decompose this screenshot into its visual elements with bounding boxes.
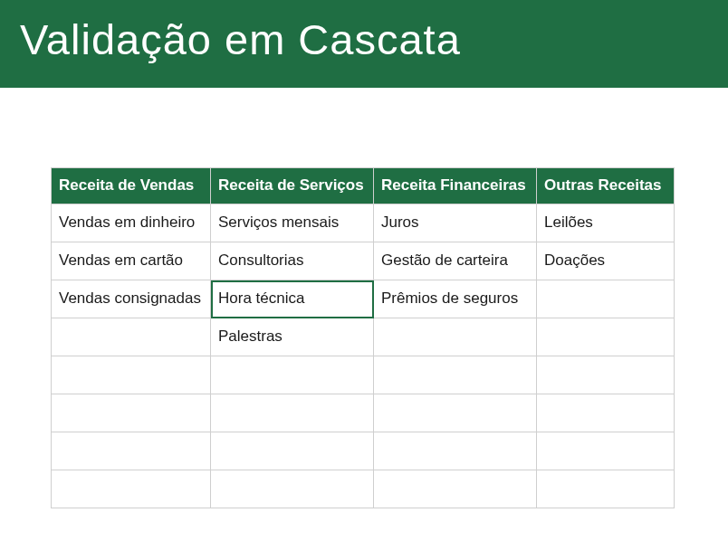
table-row: Vendas consignadasHora técnicaPrêmios de… xyxy=(52,280,675,318)
table-cell[interactable] xyxy=(211,356,374,394)
table-header: Receita Financeiras xyxy=(374,168,537,204)
table-cell[interactable]: Vendas em cartão xyxy=(52,242,211,280)
table-cell[interactable] xyxy=(211,394,374,432)
table-cell[interactable] xyxy=(374,470,537,508)
table-cell[interactable] xyxy=(537,470,675,508)
table-cell[interactable]: Serviços mensais xyxy=(211,204,374,242)
table-cell[interactable]: Juros xyxy=(374,204,537,242)
table-header: Receita de Vendas xyxy=(52,168,211,204)
table-body: Vendas em dinheiroServiços mensaisJurosL… xyxy=(52,204,675,508)
header-bar: Validação em Cascata xyxy=(0,0,728,88)
table-row: Palestras xyxy=(52,318,675,356)
page-title: Validação em Cascata xyxy=(20,14,708,64)
table-cell[interactable]: Doações xyxy=(537,242,675,280)
table-cell[interactable]: Vendas em dinheiro xyxy=(52,204,211,242)
table-cell[interactable]: Palestras xyxy=(211,318,374,356)
table-cell[interactable] xyxy=(52,318,211,356)
table-cell[interactable] xyxy=(211,432,374,470)
table-row xyxy=(52,470,675,508)
table-row xyxy=(52,394,675,432)
table-cell[interactable]: Prêmios de seguros xyxy=(374,280,537,318)
table-cell[interactable]: Consultorias xyxy=(211,242,374,280)
table-cell[interactable] xyxy=(52,356,211,394)
table-cell[interactable] xyxy=(52,394,211,432)
table-cell[interactable]: Hora técnica xyxy=(211,280,374,318)
table-cell[interactable]: Gestão de carteira xyxy=(374,242,537,280)
table-cell[interactable] xyxy=(537,356,675,394)
table-header-row: Receita de Vendas Receita de Serviços Re… xyxy=(52,168,675,204)
table-header: Outras Receitas xyxy=(537,168,675,204)
table-cell[interactable]: Vendas consignadas xyxy=(52,280,211,318)
table-cell[interactable] xyxy=(537,432,675,470)
table-header: Receita de Serviços xyxy=(211,168,374,204)
table-cell[interactable] xyxy=(537,318,675,356)
table-cell[interactable] xyxy=(374,394,537,432)
table-cell[interactable] xyxy=(537,280,675,318)
table-row: Vendas em dinheiroServiços mensaisJurosL… xyxy=(52,204,675,242)
table-cell[interactable] xyxy=(211,470,374,508)
table-row xyxy=(52,432,675,470)
table-row: Vendas em cartãoConsultoriasGestão de ca… xyxy=(52,242,675,280)
table-cell[interactable] xyxy=(52,432,211,470)
table-cell[interactable] xyxy=(52,470,211,508)
data-table: Receita de Vendas Receita de Serviços Re… xyxy=(51,167,675,508)
table-cell[interactable] xyxy=(374,356,537,394)
table-cell[interactable] xyxy=(374,318,537,356)
content-area: Receita de Vendas Receita de Serviços Re… xyxy=(0,88,728,508)
table-cell[interactable] xyxy=(374,432,537,470)
table-cell[interactable]: Leilões xyxy=(537,204,675,242)
table-row xyxy=(52,356,675,394)
table-cell[interactable] xyxy=(537,394,675,432)
